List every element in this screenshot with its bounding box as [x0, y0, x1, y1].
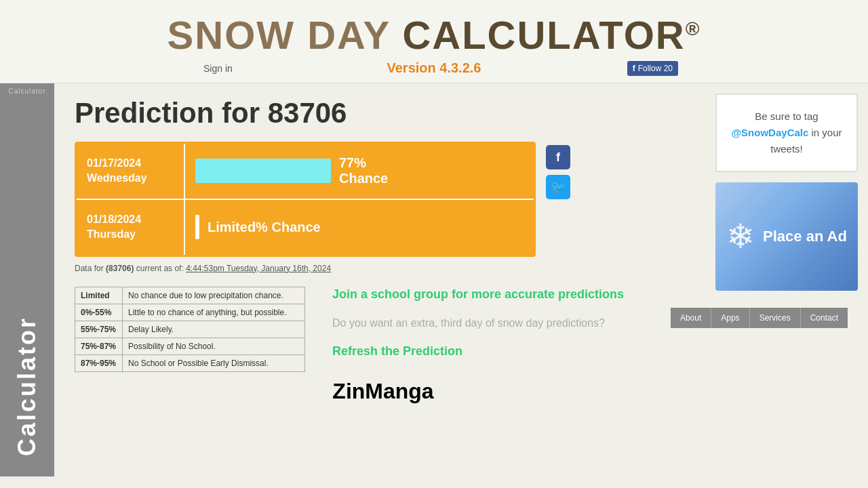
- day-2: Thursday: [87, 227, 174, 242]
- prediction-table-wrapper: 01/17/2024 Wednesday 77% Chance: [75, 142, 692, 257]
- chance-text-1: 77% Chance: [339, 155, 388, 186]
- extra-day-text: Do you want an extra, third day of snow …: [332, 316, 692, 331]
- tweet-handle[interactable]: @SnowDayCalc: [731, 127, 808, 138]
- fb-icon: f: [633, 64, 635, 73]
- spacer-2: [398, 200, 534, 255]
- legend-meaning: No chance due to low precipitation chanc…: [123, 287, 305, 304]
- footer-nav-contact[interactable]: Contact: [801, 308, 848, 328]
- left-sidebar: Calculator Calculator: [0, 83, 54, 476]
- date-cell-2: 01/18/2024 Thursday: [77, 200, 185, 255]
- legend-range: 55%-75%: [75, 321, 123, 338]
- footer-nav: AboutAppsServicesContact: [715, 301, 858, 335]
- bar-cell-1: 77% Chance: [185, 144, 398, 199]
- footer-nav-apps[interactable]: Apps: [711, 308, 749, 328]
- legend-row: 0%-55%Little to no chance of anything, b…: [75, 304, 305, 321]
- trademark: ®: [686, 18, 701, 39]
- ad-box[interactable]: ❄ Place an Ad: [715, 182, 858, 291]
- sign-in-link[interactable]: Sign in: [203, 63, 233, 74]
- main-container: Calculator Calculator Prediction for 837…: [0, 83, 868, 476]
- bar-cell-2: Limited% Chance: [185, 200, 398, 255]
- footer-nav-about[interactable]: About: [671, 308, 711, 328]
- legend-table: LimitedNo chance due to low precipitatio…: [75, 287, 305, 372]
- bottom-section: LimitedNo chance due to low precipitatio…: [75, 287, 692, 372]
- data-info: Data for (83706) current as of: 4:44:53p…: [75, 264, 692, 273]
- title-part1: SNOW DAY: [167, 13, 391, 57]
- limited-bar: [195, 215, 199, 239]
- page-header: SNOW DAY CALCULATOR® Sign in Version 4.3…: [0, 0, 868, 83]
- legend-row: 75%-87%Possibility of No School.: [75, 338, 305, 354]
- tweet-box: Be sure to tag @SnowDayCalc in your twee…: [715, 94, 858, 172]
- prediction-row-1: 01/17/2024 Wednesday 77% Chance: [77, 144, 534, 200]
- facebook-icon[interactable]: f: [546, 145, 570, 169]
- legend-meaning: Little to no chance of anything, but pos…: [123, 304, 305, 321]
- chance-bar-1: [195, 159, 331, 183]
- place-ad-text: Place an Ad: [763, 228, 847, 245]
- fb-follow-button[interactable]: f Follow 20: [627, 61, 678, 76]
- chance-text-2: Limited% Chance: [208, 220, 321, 235]
- zip-code: (83706): [106, 264, 134, 273]
- prediction-title: Prediction for 83706: [75, 97, 692, 129]
- legend-row: LimitedNo chance due to low precipitatio…: [75, 287, 305, 304]
- footer-nav-services[interactable]: Services: [750, 308, 801, 328]
- spacer-1: [398, 144, 534, 199]
- legend-meaning: Delay Likely.: [123, 321, 305, 338]
- timestamp-link[interactable]: 4:44:53pm Tuesday, January 16th, 2024: [186, 264, 331, 273]
- right-panel: Be sure to tag @SnowDayCalc in your twee…: [705, 83, 868, 476]
- social-icons: f 🐦: [546, 145, 570, 199]
- refresh-link[interactable]: Refresh the Prediction: [332, 344, 692, 359]
- version-text: Version 4.3.2.6: [387, 60, 481, 76]
- legend-meaning: Possibility of No School.: [123, 338, 305, 354]
- sidebar-top-label: Calculator: [5, 83, 48, 99]
- twitter-icon[interactable]: 🐦: [546, 175, 570, 199]
- tweet-text1: Be sure to tag: [755, 110, 818, 122]
- header-subtitle-row: Sign in Version 4.3.2.6 f Follow 20: [0, 60, 868, 76]
- legend-range: 87%-95%: [75, 354, 123, 371]
- school-group-link[interactable]: Join a school group for more accurate pr…: [332, 287, 692, 302]
- legend-row: 87%-95%No School or Possible Early Dismi…: [75, 354, 305, 371]
- legend-meaning: No School or Possible Early Dismissal.: [123, 354, 305, 371]
- legend-range: 0%-55%: [75, 304, 123, 321]
- date-cell-1: 01/17/2024 Wednesday: [77, 144, 185, 199]
- prediction-table: 01/17/2024 Wednesday 77% Chance: [75, 142, 536, 257]
- content-area: Prediction for 83706 01/17/2024 Wednesda…: [54, 83, 705, 476]
- date-2: 01/18/2024: [87, 212, 174, 227]
- day-1: Wednesday: [87, 171, 174, 186]
- legend-range: 75%-87%: [75, 338, 123, 354]
- date-1: 01/17/2024: [87, 156, 174, 171]
- legend-range: Limited: [75, 287, 123, 304]
- site-title: SNOW DAY CALCULATOR®: [0, 12, 868, 58]
- legend-row: 55%-75%Delay Likely.: [75, 321, 305, 338]
- snowflake-icon: ❄: [726, 217, 755, 256]
- title-part2: CALCULATOR: [402, 13, 685, 57]
- sidebar-main-label: Calculator: [13, 317, 41, 456]
- prediction-row-2: 01/18/2024 Thursday Limited% Chance: [77, 200, 534, 255]
- watermark: ZinManga: [75, 372, 692, 407]
- info-panel: Join a school group for more accurate pr…: [326, 287, 692, 372]
- fb-follow-label: Follow 20: [638, 64, 673, 73]
